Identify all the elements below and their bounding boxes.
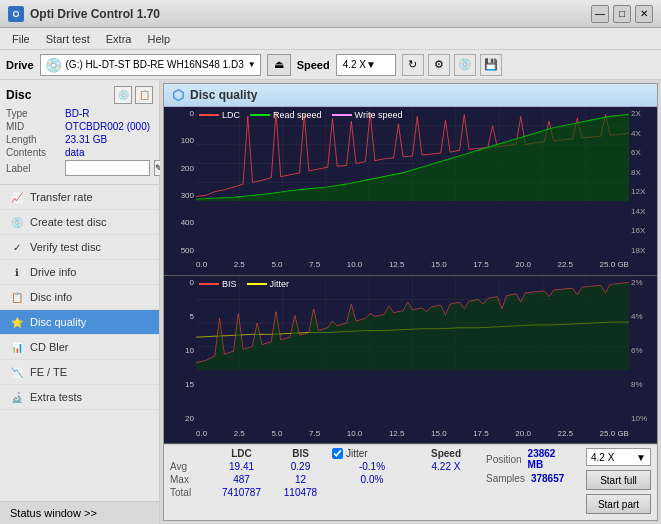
sidebar-item-cd-bler[interactable]: 📊 CD Bler [0, 335, 159, 360]
disc-panel: Disc 💿 📋 Type BD-R MID OTCBDR002 (000) L… [0, 80, 159, 185]
disc-panel-title: Disc [6, 88, 31, 102]
max-ldc: 487 [214, 474, 269, 485]
avg-label: Avg [170, 461, 210, 472]
sidebar-item-label-verify-test-disc: Verify test disc [30, 241, 101, 253]
speed-label: Speed [297, 59, 330, 71]
chart1-x-axis: 0.02.55.07.510.012.515.017.520.022.525.0… [196, 255, 629, 275]
stats-table: LDC BIS Jitter Speed Avg 19.41 0.29 -0.1… [170, 448, 476, 498]
minimize-button[interactable]: — [591, 5, 609, 23]
speed-dropdown-arrow: ▼ [366, 59, 376, 70]
sidebar-item-extra-tests[interactable]: 🔬 Extra tests [0, 385, 159, 410]
stats-grid: LDC BIS Jitter Speed Avg 19.41 0.29 -0.1… [170, 448, 476, 498]
chart2-y-axis-right: 10%8%6%4%2% [629, 276, 657, 424]
menu-bar: File Start test Extra Help [0, 28, 661, 50]
samples-value: 378657 [531, 473, 564, 484]
chart1-svg [196, 107, 629, 201]
fe-te-icon: 📉 [10, 365, 24, 379]
jitter-check[interactable] [332, 448, 343, 459]
drive-info-icon: ℹ [10, 265, 24, 279]
disc-length-value: 23.31 GB [65, 134, 107, 145]
sidebar-item-label-extra-tests: Extra tests [30, 391, 82, 403]
bis-header: BIS [273, 448, 328, 459]
jitter-color [247, 283, 267, 285]
menu-file[interactable]: File [4, 31, 38, 47]
chart1-y-axis-left: 5004003002001000 [164, 107, 196, 255]
sidebar-item-disc-quality[interactable]: ⭐ Disc quality [0, 310, 159, 335]
jitter-checkbox[interactable]: Jitter [332, 448, 412, 459]
menu-extra[interactable]: Extra [98, 31, 140, 47]
menu-start-test[interactable]: Start test [38, 31, 98, 47]
sidebar-item-fe-te[interactable]: 📉 FE / TE [0, 360, 159, 385]
disc-icons: 💿 📋 [114, 86, 153, 104]
read-speed-color [250, 114, 270, 116]
disc-quality-header-icon: ⬡ [172, 87, 184, 103]
chart1: LDC Read speed Write speed 50040 [164, 107, 657, 276]
avg-speed: 4.22 X [416, 461, 476, 472]
avg-jitter: -0.1% [332, 461, 412, 472]
speed-select-small[interactable]: 4.2 X ▼ [586, 448, 651, 466]
chart2-svg [196, 276, 629, 370]
sidebar-item-disc-info[interactable]: 📋 Disc info [0, 285, 159, 310]
disc-icon-1[interactable]: 💿 [114, 86, 132, 104]
chart1-y-axis-right: 18X16X14X12X8X6X4X2X [629, 107, 657, 255]
disc-contents-value: data [65, 147, 84, 158]
disc-icon-2[interactable]: 📋 [135, 86, 153, 104]
legend-bis-label: BIS [222, 279, 237, 289]
disc-label-row: Label ✎ [6, 160, 153, 176]
drive-select[interactable]: 💿 (G:) HL-DT-ST BD-RE WH16NS48 1.D3 ▼ [40, 54, 261, 76]
total-ldc: 7410787 [214, 487, 269, 498]
sidebar-item-create-test-disc[interactable]: 💿 Create test disc [0, 210, 159, 235]
verify-test-disc-icon: ✓ [10, 240, 24, 254]
extra-tests-icon: 🔬 [10, 390, 24, 404]
chart1-legend: LDC Read speed Write speed [199, 110, 402, 120]
refresh-button[interactable]: ↻ [402, 54, 424, 76]
speed-select[interactable]: 4.2 X ▼ [336, 54, 396, 76]
disc-length-label: Length [6, 134, 61, 145]
write-speed-color [332, 114, 352, 116]
sidebar-item-label-transfer-rate: Transfer rate [30, 191, 93, 203]
sidebar-item-label-cd-bler: CD Bler [30, 341, 69, 353]
max-jitter: 0.0% [332, 474, 412, 485]
title-bar-controls: — □ ✕ [591, 5, 653, 23]
save-button[interactable]: 💾 [480, 54, 502, 76]
bis-color [199, 283, 219, 285]
samples-row: Samples 378657 [486, 473, 570, 484]
samples-label: Samples [486, 473, 525, 484]
sidebar: Disc 💿 📋 Type BD-R MID OTCBDR002 (000) L… [0, 80, 160, 524]
position-label: Position [486, 454, 522, 465]
sidebar-item-transfer-rate[interactable]: 📈 Transfer rate [0, 185, 159, 210]
disc-quality-icon: ⭐ [10, 315, 24, 329]
legend-write-speed: Write speed [332, 110, 403, 120]
max-label: Max [170, 474, 210, 485]
legend-ldc: LDC [199, 110, 240, 120]
cd-bler-icon: 📊 [10, 340, 24, 354]
maximize-button[interactable]: □ [613, 5, 631, 23]
disc-length-row: Length 23.31 GB [6, 134, 153, 145]
start-full-button[interactable]: Start full [586, 470, 651, 490]
legend-write-speed-label: Write speed [355, 110, 403, 120]
disc-quality-title: Disc quality [190, 88, 257, 102]
disc-mid-label: MID [6, 121, 61, 132]
drive-label: Drive [6, 59, 34, 71]
disc-label-label: Label [6, 163, 61, 174]
disc-label-input[interactable] [65, 160, 150, 176]
disc-type-value: BD-R [65, 108, 89, 119]
settings-button[interactable]: ⚙ [428, 54, 450, 76]
sidebar-item-drive-info[interactable]: ℹ Drive info [0, 260, 159, 285]
status-window-label: Status window >> [10, 507, 97, 519]
start-part-button[interactable]: Start part [586, 494, 651, 514]
legend-read-speed: Read speed [250, 110, 322, 120]
eject-button[interactable]: ⏏ [267, 54, 291, 76]
title-bar: O Opti Drive Control 1.70 — □ ✕ [0, 0, 661, 28]
speed-position-area: Position 23862 MB Samples 378657 [486, 448, 570, 484]
sidebar-item-label-disc-info: Disc info [30, 291, 72, 303]
window-title: Opti Drive Control 1.70 [30, 7, 160, 21]
disc-info-icon: 📋 [10, 290, 24, 304]
bottom-stats: LDC BIS Jitter Speed Avg 19.41 0.29 -0.1… [164, 444, 657, 520]
sidebar-item-verify-test-disc[interactable]: ✓ Verify test disc [0, 235, 159, 260]
close-button[interactable]: ✕ [635, 5, 653, 23]
menu-help[interactable]: Help [139, 31, 178, 47]
status-window-button[interactable]: Status window >> [0, 501, 159, 524]
disc-button[interactable]: 💿 [454, 54, 476, 76]
transfer-rate-icon: 📈 [10, 190, 24, 204]
